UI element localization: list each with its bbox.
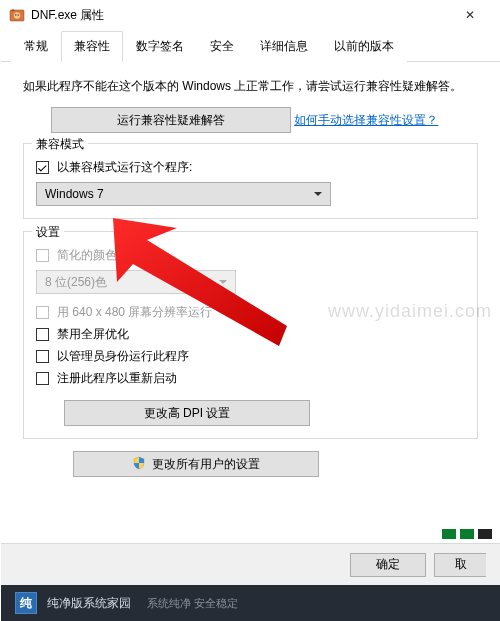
change-dpi-button[interactable]: 更改高 DPI 设置 (64, 400, 310, 426)
compat-mode-checkbox-row[interactable]: 以兼容模式运行这个程序: (36, 159, 465, 176)
button-label: 确定 (376, 556, 400, 573)
checkbox-low-res (36, 306, 49, 319)
svg-point-1 (14, 12, 20, 18)
svg-point-3 (18, 14, 19, 15)
checkbox-label: 以兼容模式运行这个程序: (57, 159, 192, 176)
help-link[interactable]: 如何手动选择兼容性设置？ (294, 112, 438, 129)
cancel-button[interactable]: 取 (434, 553, 486, 577)
site-footer: 纯 纯净版系统家园 系统纯净 安全稳定 (1, 585, 500, 621)
run-as-admin-row[interactable]: 以管理员身份运行此程序 (36, 348, 465, 365)
svg-point-2 (15, 14, 16, 15)
group-legend: 设置 (32, 224, 64, 241)
tab-compatibility[interactable]: 兼容性 (61, 31, 123, 62)
footer-brand: 纯净版系统家园 (47, 595, 131, 612)
ok-button[interactable]: 确定 (350, 553, 426, 577)
tab-label: 安全 (210, 39, 234, 53)
group-legend: 兼容模式 (32, 136, 88, 153)
reduced-color-row: 简化的颜色模式 (36, 247, 465, 264)
chevron-down-icon (219, 280, 227, 284)
button-label: 更改高 DPI 设置 (144, 405, 231, 422)
close-button[interactable]: ✕ (448, 0, 492, 30)
tab-digital-signatures[interactable]: 数字签名 (123, 31, 197, 62)
button-label: 运行兼容性疑难解答 (117, 112, 225, 129)
tab-previous-versions[interactable]: 以前的版本 (321, 31, 407, 62)
checkbox-label: 简化的颜色模式 (57, 247, 141, 264)
tab-security[interactable]: 安全 (197, 31, 247, 62)
link-label: 如何手动选择兼容性设置？ (294, 113, 438, 127)
checkbox-disable-fullscreen-opt[interactable] (36, 328, 49, 341)
footer-logo-icon: 纯 (15, 592, 37, 614)
chevron-down-icon (314, 192, 322, 196)
select-value: Windows 7 (45, 187, 104, 201)
footer-slogan: 系统纯净 安全稳定 (147, 596, 238, 611)
checkbox-label: 以管理员身份运行此程序 (57, 348, 189, 365)
compat-mode-select[interactable]: Windows 7 (36, 182, 331, 206)
tab-details[interactable]: 详细信息 (247, 31, 321, 62)
checkbox-reduced-color (36, 249, 49, 262)
tab-strip: 常规 兼容性 数字签名 安全 详细信息 以前的版本 (1, 30, 500, 62)
close-icon: ✕ (465, 8, 475, 22)
button-label: 更改所有用户的设置 (152, 456, 260, 473)
button-label: 取 (455, 556, 467, 573)
properties-window: DNF.exe 属性 ✕ 常规 兼容性 数字签名 安全 详细信息 以前的版本 如… (0, 0, 500, 621)
group-compat-mode: 兼容模式 以兼容模式运行这个程序: Windows 7 (23, 143, 478, 219)
titlebar: DNF.exe 属性 ✕ (1, 0, 500, 30)
checkbox-label: 用 640 x 480 屏幕分辨率运行 (57, 304, 212, 321)
checkbox-label: 禁用全屏优化 (57, 326, 129, 343)
tab-label: 常规 (24, 39, 48, 53)
change-all-users-button[interactable]: 更改所有用户的设置 (73, 451, 319, 477)
dialog-button-bar: 确定 取 (1, 543, 500, 585)
checkbox-compat-mode[interactable] (36, 161, 49, 174)
app-icon (9, 7, 25, 23)
tab-label: 详细信息 (260, 39, 308, 53)
tab-general[interactable]: 常规 (11, 31, 61, 62)
low-res-row: 用 640 x 480 屏幕分辨率运行 (36, 304, 465, 321)
tab-label: 以前的版本 (334, 39, 394, 53)
checkbox-run-as-admin[interactable] (36, 350, 49, 363)
shield-icon (132, 456, 146, 473)
checkbox-register-restart[interactable] (36, 372, 49, 385)
tab-label: 兼容性 (74, 39, 110, 53)
group-settings: 设置 简化的颜色模式 8 位(256)色 用 640 x 480 屏幕分辨率运行… (23, 231, 478, 439)
cropped-artifact (442, 529, 492, 539)
disable-fullscreen-row[interactable]: 禁用全屏优化 (36, 326, 465, 343)
window-title: DNF.exe 属性 (31, 7, 448, 24)
register-restart-row[interactable]: 注册此程序以重新启动 (36, 370, 465, 387)
checkbox-label: 注册此程序以重新启动 (57, 370, 177, 387)
tab-label: 数字签名 (136, 39, 184, 53)
color-depth-select: 8 位(256)色 (36, 270, 236, 294)
tab-content: 如果此程序不能在这个版本的 Windows 上正常工作，请尝试运行兼容性疑难解答… (1, 62, 500, 487)
description-text: 如果此程序不能在这个版本的 Windows 上正常工作，请尝试运行兼容性疑难解答… (23, 76, 478, 97)
troubleshoot-button[interactable]: 运行兼容性疑难解答 (51, 107, 291, 133)
select-value: 8 位(256)色 (45, 274, 107, 291)
